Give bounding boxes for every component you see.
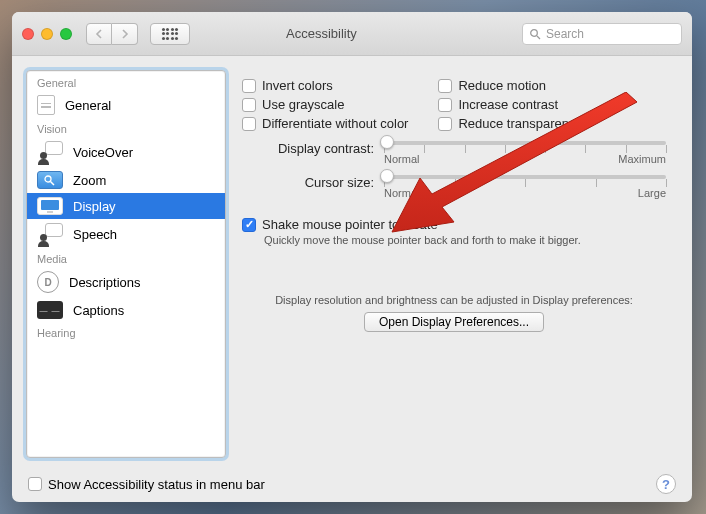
checkbox-label: Use grayscale — [262, 97, 344, 112]
checkbox-icon — [242, 117, 256, 131]
checkbox-label: Show Accessibility status in menu bar — [48, 477, 265, 492]
sidebar-item-label: Zoom — [73, 173, 106, 188]
sidebar-item-voiceover[interactable]: VoiceOver — [27, 137, 225, 167]
bottom-bar: Show Accessibility status in menu bar ? — [12, 466, 692, 502]
section-general: General — [27, 73, 225, 91]
search-placeholder: Search — [546, 27, 584, 41]
sidebar-item-captions[interactable]: — — Captions — [27, 297, 225, 323]
settings-panel: Invert colors Use grayscale Differentiat… — [238, 70, 678, 458]
slider-min-label: Normal — [384, 153, 419, 165]
checkbox-label: Shake mouse pointer to locate — [262, 217, 438, 232]
minimize-icon[interactable] — [41, 28, 53, 40]
speech-icon — [37, 223, 63, 245]
sidebar-item-label: Captions — [73, 303, 124, 318]
cursor-size-row: Cursor size: NormalLarge — [262, 175, 666, 199]
titlebar: Accessibility Search — [12, 12, 692, 56]
search-input[interactable]: Search — [522, 23, 682, 45]
footer-note: Display resolution and brightness can be… — [242, 294, 666, 306]
checkbox-icon — [438, 117, 452, 131]
slider-thumb[interactable] — [380, 169, 394, 183]
checkbox-invert-colors[interactable]: Invert colors — [242, 78, 408, 93]
display-contrast-slider[interactable]: NormalMaximum — [384, 141, 666, 165]
checkbox-label: Reduce motion — [458, 78, 545, 93]
checkbox-icon — [242, 79, 256, 93]
sidebar-item-speech[interactable]: Speech — [27, 219, 225, 249]
general-icon — [37, 95, 55, 115]
slider-max-label: Large — [638, 187, 666, 199]
checkbox-reduce-transparency[interactable]: Reduce transparency — [438, 116, 582, 131]
checkbox-icon — [242, 218, 256, 232]
section-vision: Vision — [27, 119, 225, 137]
search-icon — [529, 28, 541, 40]
descriptions-icon: D — [37, 271, 59, 293]
checkbox-reduce-motion[interactable]: Reduce motion — [438, 78, 582, 93]
display-icon — [37, 197, 63, 215]
open-display-prefs-button[interactable]: Open Display Preferences... — [364, 312, 544, 332]
checkbox-status-menubar[interactable]: Show Accessibility status in menu bar — [28, 477, 265, 492]
checkbox-icon — [438, 79, 452, 93]
sidebar[interactable]: General General Vision VoiceOver Zoom — [26, 70, 226, 458]
slider-min-label: Normal — [384, 187, 419, 199]
checkbox-increase-contrast[interactable]: Increase contrast — [438, 97, 582, 112]
sidebar-item-label: Descriptions — [69, 275, 141, 290]
nav-buttons — [86, 23, 138, 45]
forward-button[interactable] — [112, 23, 138, 45]
sidebar-item-label: VoiceOver — [73, 145, 133, 160]
voiceover-icon — [37, 141, 63, 163]
checkbox-diff-without-color[interactable]: Differentiate without color — [242, 116, 408, 131]
checkbox-icon — [242, 98, 256, 112]
window-title: Accessibility — [286, 26, 357, 41]
sidebar-item-descriptions[interactable]: D Descriptions — [27, 267, 225, 297]
slider-thumb[interactable] — [380, 135, 394, 149]
checkbox-icon — [28, 477, 42, 491]
sidebar-item-label: Display — [73, 199, 116, 214]
checkbox-label: Invert colors — [262, 78, 333, 93]
svg-rect-5 — [47, 211, 53, 213]
svg-line-3 — [51, 182, 55, 186]
display-contrast-label: Display contrast: — [262, 141, 374, 156]
show-all-button[interactable] — [150, 23, 190, 45]
cursor-size-slider[interactable]: NormalLarge — [384, 175, 666, 199]
svg-point-0 — [531, 29, 538, 36]
svg-line-1 — [537, 36, 540, 39]
sidebar-item-label: General — [65, 98, 111, 113]
checkbox-shake-pointer[interactable]: Shake mouse pointer to locate — [242, 217, 666, 232]
help-button[interactable]: ? — [656, 474, 676, 494]
captions-icon: — — — [37, 301, 63, 319]
cursor-size-label: Cursor size: — [262, 175, 374, 190]
grid-icon — [162, 28, 179, 40]
sidebar-item-display[interactable]: Display — [27, 193, 225, 219]
preferences-window: Accessibility Search General General Vis… — [12, 12, 692, 502]
svg-point-2 — [45, 176, 51, 182]
shake-hint: Quickly move the mouse pointer back and … — [264, 234, 666, 246]
checkbox-label: Increase contrast — [458, 97, 558, 112]
sidebar-item-zoom[interactable]: Zoom — [27, 167, 225, 193]
display-contrast-row: Display contrast: NormalMaximum — [262, 141, 666, 165]
window-controls — [22, 28, 72, 40]
fullscreen-icon[interactable] — [60, 28, 72, 40]
checkbox-label: Reduce transparency — [458, 116, 582, 131]
checkbox-icon — [438, 98, 452, 112]
close-icon[interactable] — [22, 28, 34, 40]
back-button[interactable] — [86, 23, 112, 45]
content-area: General General Vision VoiceOver Zoom — [12, 56, 692, 466]
checkbox-use-grayscale[interactable]: Use grayscale — [242, 97, 408, 112]
sidebar-item-general[interactable]: General — [27, 91, 225, 119]
zoom-icon — [37, 171, 63, 189]
svg-rect-4 — [41, 200, 59, 210]
section-media: Media — [27, 249, 225, 267]
sidebar-item-label: Speech — [73, 227, 117, 242]
slider-max-label: Maximum — [618, 153, 666, 165]
checkbox-label: Differentiate without color — [262, 116, 408, 131]
section-hearing: Hearing — [27, 323, 225, 341]
